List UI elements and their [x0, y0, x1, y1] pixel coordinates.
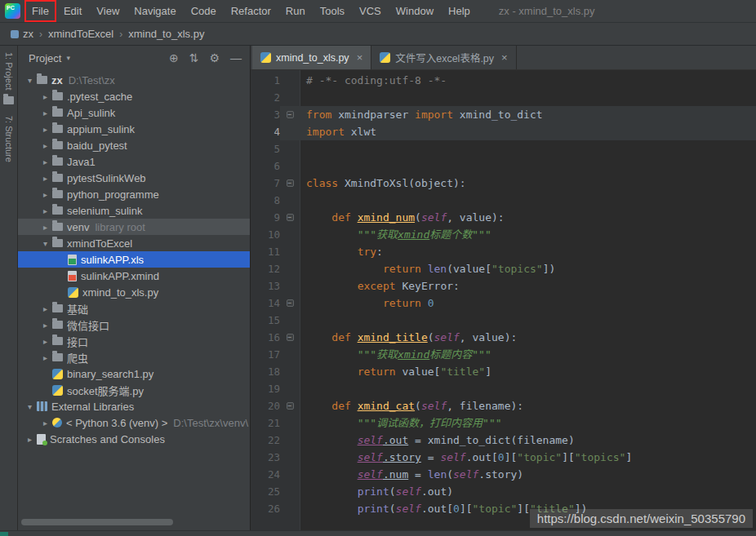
tree-item[interactable]: ▸Api_sulink [18, 104, 250, 121]
fold-box-icon[interactable]: − [287, 214, 294, 221]
horizontal-scrollbar[interactable] [21, 519, 173, 525]
tree-item[interactable]: ▸Scratches and Consoles [18, 431, 250, 447]
expand-arrow-icon[interactable]: ▸ [38, 223, 52, 232]
menu-item-window[interactable]: Window [389, 0, 441, 22]
chevron-down-icon[interactable]: ▾ [66, 54, 70, 62]
fold-box-icon[interactable]: − [287, 111, 294, 118]
tree-item[interactable]: ▸微信接口 [18, 317, 250, 333]
fold-icon[interactable]: − [280, 397, 300, 414]
tree-item[interactable]: ▸pytestSulinkWeb [18, 170, 250, 186]
expand-arrow-icon[interactable]: ▸ [38, 337, 52, 346]
collapse-arrow-icon[interactable]: ▾ [23, 76, 37, 85]
tree-item[interactable]: ▸selenium_sulink [18, 202, 250, 219]
folder-icon [52, 239, 63, 247]
tree-item[interactable]: ▸接口 [18, 333, 250, 349]
menu-item-tools[interactable]: Tools [313, 0, 352, 22]
fold-box-icon[interactable]: − [287, 179, 294, 187]
expand-arrow-icon[interactable]: ▸ [38, 141, 52, 150]
collapse-all-icon[interactable]: ⇅ [189, 51, 199, 64]
menu-item-file[interactable]: File [24, 0, 56, 22]
tree-item[interactable]: ▸baidu_pytest [18, 137, 250, 153]
tree-item[interactable]: sulinkAPP.xmind [18, 268, 250, 284]
breadcrumb-item-xmindtoexcel[interactable]: xmindToExcel [46, 26, 116, 42]
editor-tab[interactable]: 文件写入excel表格.py× [371, 46, 516, 69]
breadcrumb: zx›xmindToExcel›xmind_to_xls.py [0, 23, 756, 46]
tree-item[interactable]: ▸.pytest_cache [18, 88, 250, 104]
expand-arrow-icon[interactable]: ▸ [38, 109, 52, 117]
editor-tab[interactable]: xmind_to_xls.py× [252, 46, 371, 69]
expand-arrow-icon[interactable]: ▸ [38, 419, 52, 427]
tree-item-label: Scratches and Consoles [50, 433, 165, 445]
status-bar [0, 530, 756, 536]
expand-arrow-icon[interactable]: ▸ [38, 92, 52, 101]
tree-item[interactable]: ▸基础 [18, 300, 250, 317]
menu-item-navigate[interactable]: Navigate [127, 0, 183, 22]
expand-arrow-icon[interactable]: ▸ [23, 435, 37, 444]
tree-item[interactable]: ▾xmindToExcel [18, 235, 250, 251]
fold-box-icon[interactable]: − [287, 334, 294, 341]
menu-item-view[interactable]: View [89, 0, 127, 22]
line-number: 15 [251, 312, 280, 329]
expand-arrow-icon[interactable]: ▸ [38, 353, 52, 362]
code-line: 25 print(self.out) [251, 483, 756, 500]
project-panel-header: Project ▾ ⊕⇅⚙— [18, 46, 250, 70]
expand-arrow-icon[interactable]: ▸ [38, 304, 52, 313]
expand-arrow-icon[interactable]: ▸ [38, 174, 52, 183]
expand-arrow-icon[interactable]: ▸ [38, 190, 52, 199]
menu-item-code[interactable]: Code [184, 0, 224, 22]
code-line: 14− return 0 [251, 295, 756, 312]
expand-arrow-icon[interactable]: ▸ [38, 206, 52, 215]
tree-item[interactable]: ▸venvlibrary root [18, 219, 250, 235]
menu-item-help[interactable]: Help [441, 0, 478, 22]
folder-icon [52, 337, 63, 345]
fold-box-icon[interactable]: − [287, 299, 294, 307]
tree-item[interactable]: ▸appium_sulink [18, 121, 250, 137]
menu-item-run[interactable]: Run [278, 0, 313, 22]
tree-item[interactable]: ▸python_programme [18, 186, 250, 202]
close-icon[interactable]: × [357, 51, 363, 64]
fold-icon[interactable]: − [280, 175, 300, 192]
expand-arrow-icon[interactable]: ▸ [38, 321, 52, 330]
tree-indent [23, 210, 38, 211]
fold-icon[interactable]: − [280, 106, 300, 123]
tree-item[interactable]: ▸爬虫 [18, 349, 250, 365]
tree-item[interactable]: socket服务端.py [18, 382, 250, 398]
tree-item[interactable]: xmind_to_xls.py [18, 284, 250, 300]
fold-gutter [280, 363, 300, 380]
project-tool-icon[interactable] [3, 96, 14, 104]
minimize-icon[interactable]: — [230, 51, 242, 64]
tool-button-structure[interactable]: 7: Structure [4, 116, 14, 162]
fold-icon[interactable]: − [280, 209, 300, 226]
tree-item-label: python_programme [67, 188, 159, 201]
fold-gutter [280, 500, 300, 517]
folder-icon [52, 190, 63, 198]
code-line: 20− def xmind_cat(self, filename): [251, 397, 756, 414]
fold-icon[interactable]: − [280, 295, 300, 312]
gear-icon[interactable]: ⚙ [209, 51, 220, 64]
tree-item[interactable]: ▾External Libraries [18, 398, 250, 414]
fold-box-icon[interactable]: − [287, 402, 294, 410]
menu-item-vcs[interactable]: VCS [352, 0, 389, 22]
expand-arrow-icon[interactable]: ▸ [38, 157, 52, 166]
close-icon[interactable]: × [501, 51, 508, 64]
project-panel-title[interactable]: Project [29, 52, 61, 64]
tool-button-project[interactable]: 1: Project [4, 52, 14, 90]
menu-item-refactor[interactable]: Refactor [224, 0, 278, 22]
tree-item[interactable]: sulinkAPP.xls [18, 251, 250, 268]
fold-icon[interactable]: − [280, 329, 300, 346]
code-editor[interactable]: 1# -*- coding:utf-8 -*-23−from xmindpars… [251, 70, 756, 530]
tree-item[interactable]: ▾zxD:\Test\zx [18, 72, 250, 88]
tree-item[interactable]: binary_search1.py [18, 365, 250, 382]
collapse-arrow-icon[interactable]: ▾ [23, 402, 37, 411]
left-tool-strip: 1: Project 7: Structure [0, 46, 18, 530]
locate-file-icon[interactable]: ⊕ [169, 51, 179, 64]
breadcrumb-item-xmind_to_xls.py[interactable]: xmind_to_xls.py [126, 26, 207, 42]
line-number: 9 [251, 209, 280, 226]
expand-arrow-icon[interactable]: ▸ [38, 125, 52, 134]
breadcrumb-item-zx[interactable]: zx [8, 26, 36, 42]
window-title: zx - xmind_to_xls.py [499, 5, 595, 17]
collapse-arrow-icon[interactable]: ▾ [38, 239, 52, 248]
tree-item[interactable]: ▸Java1 [18, 153, 250, 170]
tree-item[interactable]: ▸< Python 3.6 (venv) >D:\Test\zx\venv\ [18, 414, 250, 431]
menu-item-edit[interactable]: Edit [56, 0, 89, 22]
